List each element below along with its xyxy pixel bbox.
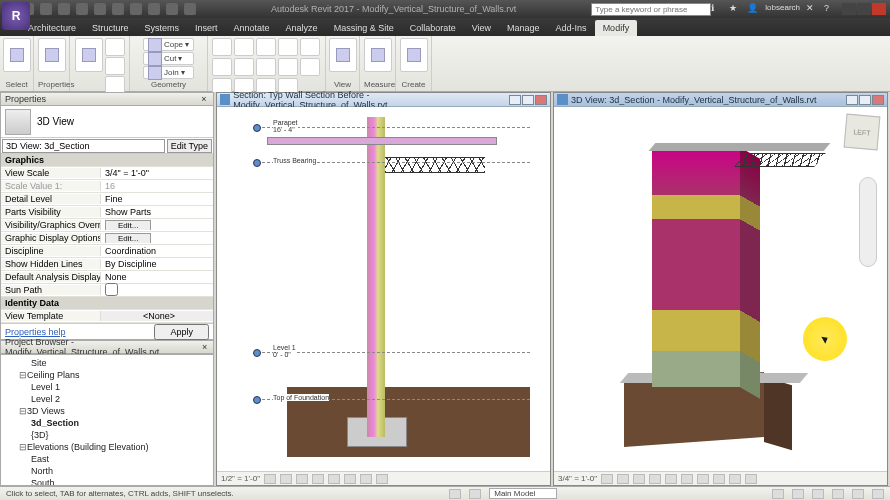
detail-level-icon[interactable] <box>601 474 613 484</box>
drag-elements-icon[interactable] <box>852 489 864 499</box>
paste-button[interactable] <box>75 38 103 72</box>
view-instance-selector[interactable]: 3D View: 3d_Section <box>2 139 165 153</box>
tab-addins[interactable]: Add-Ins <box>548 20 595 36</box>
tree-south[interactable]: South <box>3 477 211 486</box>
copy-button[interactable] <box>212 58 232 76</box>
reveal-hidden-icon[interactable] <box>376 474 388 484</box>
sunpath-checkbox[interactable] <box>105 283 118 296</box>
prop-v-viewscale[interactable]: 3/4" = 1'-0" <box>101 168 213 178</box>
tree-3dsection[interactable]: 3d_Section <box>3 417 211 429</box>
crop-view-icon[interactable] <box>681 474 693 484</box>
tab-structure[interactable]: Structure <box>84 20 137 36</box>
create-button[interactable] <box>400 38 428 72</box>
exchange-icon[interactable]: ✕ <box>806 3 818 15</box>
properties-help-link[interactable]: Properties help <box>5 327 66 337</box>
view-max-icon[interactable] <box>522 95 534 105</box>
close-button[interactable] <box>872 3 886 15</box>
tab-analyze[interactable]: Analyze <box>278 20 326 36</box>
tree-east[interactable]: East <box>3 453 211 465</box>
modify-button[interactable] <box>3 38 31 72</box>
tree-lvl1[interactable]: Level 1 <box>3 381 211 393</box>
move-button[interactable] <box>300 38 320 56</box>
prop-v-template[interactable]: <None> <box>101 311 213 321</box>
properties-close-icon[interactable]: × <box>199 94 209 104</box>
section-canvas[interactable]: Parapet16' - 4" Truss Bearing Level 10' … <box>217 107 550 471</box>
editable-only-icon[interactable] <box>469 489 481 499</box>
qat-thin-lines-icon[interactable] <box>166 3 178 15</box>
tree-site[interactable]: Site <box>3 357 211 369</box>
qat-print-icon[interactable] <box>76 3 88 15</box>
prop-v-disc[interactable]: Coordination <box>101 246 213 256</box>
viewcube[interactable]: LEFT <box>844 114 881 151</box>
view-title-section[interactable]: Section: Typ Wall Section Before - Modif… <box>217 93 550 107</box>
prop-v-gfx[interactable]: Edit... <box>101 233 213 243</box>
crop-region-icon[interactable] <box>697 474 709 484</box>
qat-undo-icon[interactable] <box>40 3 52 15</box>
prop-v-sunpath[interactable] <box>101 283 213 298</box>
tree-north[interactable]: North <box>3 465 211 477</box>
prop-v-analysis[interactable]: None <box>101 272 213 282</box>
tab-insert[interactable]: Insert <box>187 20 226 36</box>
design-options-selector[interactable]: Main Model <box>489 488 556 499</box>
signin-star-icon[interactable]: ★ <box>729 3 741 15</box>
offset-button[interactable] <box>234 38 254 56</box>
visual-style-icon[interactable] <box>617 474 629 484</box>
view-min-icon[interactable] <box>509 95 521 105</box>
tree-elevations[interactable]: ⊟Elevations (Building Elevation) <box>3 441 211 453</box>
hide-isolate-icon[interactable] <box>360 474 372 484</box>
tab-massing[interactable]: Massing & Site <box>326 20 402 36</box>
hide-isolate-icon[interactable] <box>729 474 741 484</box>
view-max-icon[interactable] <box>859 95 871 105</box>
browser-close-icon[interactable]: × <box>200 342 209 352</box>
tree-lvl2[interactable]: Level 2 <box>3 393 211 405</box>
view-panel-button[interactable] <box>329 38 357 72</box>
join-button[interactable]: Join ▾ <box>143 66 194 79</box>
select-underlay-icon[interactable] <box>792 489 804 499</box>
crop-region-icon[interactable] <box>344 474 356 484</box>
shadows-icon[interactable] <box>649 474 661 484</box>
select-pinned-icon[interactable] <box>812 489 824 499</box>
qat-text-icon[interactable] <box>130 3 142 15</box>
rendering-icon[interactable] <box>665 474 677 484</box>
user-icon[interactable]: 👤 <box>747 3 759 15</box>
help-icon[interactable]: ? <box>824 3 836 15</box>
navigation-bar[interactable] <box>859 177 877 267</box>
copy-clipboard-button[interactable] <box>105 57 125 75</box>
trim-button[interactable] <box>256 58 276 76</box>
split-button[interactable] <box>278 58 298 76</box>
select-face-icon[interactable] <box>832 489 844 499</box>
prop-v-hidden[interactable]: By Discipline <box>101 259 213 269</box>
mirror-axis-button[interactable] <box>256 38 276 56</box>
maximize-button[interactable] <box>857 3 871 15</box>
align-button[interactable] <box>212 38 232 56</box>
cut-clipboard-button[interactable] <box>105 38 125 56</box>
tab-view[interactable]: View <box>464 20 499 36</box>
sun-path-icon[interactable] <box>633 474 645 484</box>
qat-measure-icon[interactable] <box>94 3 106 15</box>
qat-tag-icon[interactable] <box>112 3 124 15</box>
mirror-draw-button[interactable] <box>278 38 298 56</box>
canvas-3d[interactable]: LEFT <box>554 107 887 471</box>
tab-modify[interactable]: Modify <box>595 20 638 36</box>
view-close-icon[interactable] <box>872 95 884 105</box>
view-scale[interactable]: 1/2" = 1'-0" <box>221 474 260 483</box>
type-selector[interactable]: 3D View <box>1 106 213 138</box>
view-close-icon[interactable] <box>535 95 547 105</box>
visual-style-icon[interactable] <box>280 474 292 484</box>
cut-geom-button[interactable]: Cut ▾ <box>143 52 194 65</box>
tab-manage[interactable]: Manage <box>499 20 548 36</box>
tab-collaborate[interactable]: Collaborate <box>402 20 464 36</box>
tree-3d[interactable]: {3D} <box>3 429 211 441</box>
view-title-3d[interactable]: 3D View: 3d_Section - Modify_Vertical_St… <box>554 93 887 107</box>
shadows-icon[interactable] <box>312 474 324 484</box>
qat-section-icon[interactable] <box>148 3 160 15</box>
prop-v-parts[interactable]: Show Parts <box>101 207 213 217</box>
app-menu-button[interactable]: R <box>2 2 30 30</box>
sun-path-icon[interactable] <box>296 474 308 484</box>
measure-button[interactable] <box>364 38 392 72</box>
prop-v-detail[interactable]: Fine <box>101 194 213 204</box>
infocenter-icon[interactable]: ℹ <box>711 3 723 15</box>
edit-type-button[interactable]: Edit Type <box>167 139 212 153</box>
reveal-hidden-icon[interactable] <box>745 474 757 484</box>
tree-ceiling[interactable]: ⊟Ceiling Plans <box>3 369 211 381</box>
